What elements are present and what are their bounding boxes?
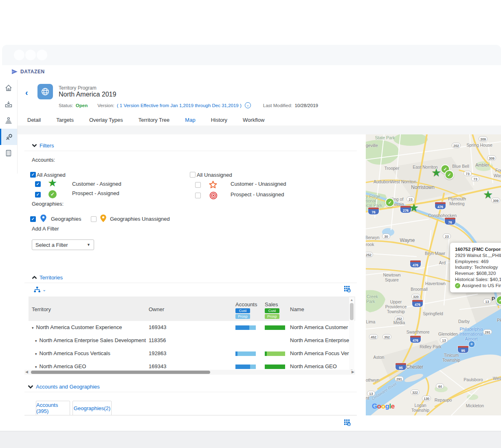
- row-expand-icon[interactable]: ▾: [32, 326, 34, 330]
- customer-unassigned-star-icon: [209, 180, 218, 189]
- map-label: Meeting: [449, 201, 464, 206]
- back-button[interactable]: ‹: [25, 88, 28, 97]
- map-label: Logan: [414, 403, 426, 408]
- map-label: State Park: [375, 135, 395, 140]
- assigned-customer-marker[interactable]: ★: [483, 189, 493, 200]
- route-shield: 13: [367, 391, 375, 396]
- badge-sales-prosp: Prosp: [265, 314, 279, 319]
- tab-overlay-types[interactable]: Overlay Types: [88, 114, 124, 125]
- territory-name: North America Customer Experience: [36, 324, 122, 330]
- tab-workflow[interactable]: Workflow: [242, 114, 265, 125]
- hscroll-thumb[interactable]: [31, 371, 210, 374]
- chevron-down-icon: [32, 144, 37, 147]
- window-dot: [25, 50, 36, 60]
- customer-unassigned-label: Customer - Unassigned: [231, 181, 286, 187]
- map-label: Providence: [385, 304, 407, 309]
- sidebar-item-territory-settings[interactable]: [0, 129, 17, 145]
- version-link[interactable]: ( 1 Version Effective from Jan 1,2019 th…: [117, 103, 242, 108]
- sidebar-item-grid[interactable]: [0, 145, 17, 161]
- map-label: Trooper: [385, 166, 399, 171]
- assigned-prospect-marker[interactable]: ✓: [445, 170, 454, 180]
- row-expand-icon[interactable]: ▾: [35, 339, 37, 343]
- scroll-right-icon[interactable]: ▶: [352, 370, 354, 374]
- territories-section-header[interactable]: Territories: [32, 275, 63, 281]
- row-expand-icon[interactable]: ▾: [35, 365, 37, 369]
- table-row[interactable]: ▾North America Enterprise Sales Developm…: [29, 334, 355, 347]
- geographies-checkbox[interactable]: ✓: [30, 216, 36, 222]
- table-settings-icon[interactable]: [343, 285, 351, 293]
- tab-geographies[interactable]: Geographies(2): [73, 401, 112, 415]
- status-label: Status:: [59, 103, 73, 108]
- assigned-customer-marker[interactable]: ★: [431, 167, 441, 178]
- interstate-shield: 476: [410, 260, 421, 268]
- airport-marker[interactable]: ✈: [468, 341, 475, 348]
- scroll-left-icon[interactable]: ◀: [25, 370, 28, 374]
- tooltip-line: 2929 Walnut St.,,,PHIL: [455, 253, 501, 259]
- customer-assigned-checkbox[interactable]: ✓: [35, 181, 41, 187]
- map-label: Township: [411, 408, 429, 413]
- map-label: Broomall: [411, 287, 427, 292]
- table-row[interactable]: ▾North America Customer Experience169343…: [29, 321, 355, 334]
- customer-unassigned-checkbox[interactable]: [195, 182, 201, 188]
- vscroll-thumb[interactable]: [350, 303, 354, 320]
- select-caret-icon: ▼: [87, 243, 90, 247]
- tab-map[interactable]: Map: [184, 114, 196, 125]
- map-label: Wayne: [400, 237, 415, 243]
- territories-table: Territory Owner Accounts Cust Prosp Sale…: [29, 296, 355, 375]
- prospect-unassigned-checkbox[interactable]: [195, 193, 201, 198]
- browser-bar: [2, 45, 501, 65]
- sidebar-item-home[interactable]: [0, 80, 17, 96]
- assigned-prospect-marker[interactable]: ✓: [385, 198, 395, 207]
- tab-targets[interactable]: Targets: [55, 114, 75, 125]
- map-label: Repaupo: [435, 397, 452, 402]
- geographies-unassigned-checkbox[interactable]: [91, 216, 97, 222]
- filter-select[interactable]: Select a Filter ▼: [32, 239, 94, 250]
- route-shield: 23: [443, 234, 451, 239]
- chevron-down-icon: [28, 385, 33, 389]
- accounts-geographies-title: Accounts and Geographies: [36, 384, 100, 390]
- table-settings-icon[interactable]: [343, 419, 351, 426]
- tree-view-button[interactable]: ⌄: [33, 286, 46, 293]
- col-sales: Sales Cust Prosp: [265, 301, 279, 319]
- status-value: Open: [76, 103, 88, 108]
- horizontal-scrollbar[interactable]: ◀ ▶: [24, 370, 355, 375]
- assigned-customer-marker[interactable]: ★: [409, 202, 419, 213]
- interstate-shield: 476: [435, 202, 446, 210]
- route-shield: 13: [483, 299, 491, 304]
- map-label: Chester: [406, 364, 423, 370]
- map-panel[interactable]: State ParkgevilleSpring HouseTrooperEast…: [366, 134, 501, 415]
- assigned-prospect-marker[interactable]: ✓: [496, 296, 501, 305]
- all-unassigned-checkbox[interactable]: [190, 172, 196, 178]
- tab-accounts[interactable]: Accounts (395): [36, 401, 70, 415]
- sidebar-item-org[interactable]: [0, 112, 17, 129]
- map-label: PH: [497, 318, 501, 323]
- all-assigned-checkbox[interactable]: ✓: [30, 172, 36, 178]
- row-expand-icon[interactable]: ▾: [35, 352, 37, 356]
- distribution-bar: [265, 351, 285, 356]
- map-label: geville: [366, 143, 378, 148]
- territory-program-icon: [37, 84, 53, 99]
- table-row[interactable]: ▾North America Focus Verticals192863Nort…: [29, 347, 355, 360]
- version-expand-icon[interactable]: ⌄: [245, 102, 251, 108]
- tab-history[interactable]: History: [210, 114, 228, 125]
- col-accounts: Accounts Cust Prosp: [235, 301, 257, 319]
- territories-table-header: Territory Owner Accounts Cust Prosp Sale…: [29, 296, 355, 321]
- accounts-geographies-section-header[interactable]: Accounts and Geographies: [28, 384, 100, 390]
- map-label: Plymouth: [448, 196, 466, 201]
- filters-title: Filters: [40, 143, 54, 149]
- filters-section-header[interactable]: Filters: [32, 143, 54, 149]
- tooltip-lines: 2929 Walnut St.,,,PHILEmployees: 469Indu…: [455, 253, 501, 283]
- prospect-assigned-checkbox[interactable]: ✓: [35, 192, 41, 198]
- sidebar-item-inbox[interactable]: [0, 96, 17, 112]
- google-attribution[interactable]: Google: [372, 402, 395, 411]
- all-unassigned-label: All Unassigned: [197, 172, 232, 178]
- territory-display-name: North America GEO: [290, 363, 349, 369]
- divider: [24, 392, 357, 392]
- geographies-unassigned-pin-icon: [100, 214, 107, 223]
- tab-territory-tree[interactable]: Territory Tree: [138, 114, 171, 125]
- interstate-shield: 76: [444, 217, 456, 225]
- route-shield: 202: [452, 143, 461, 148]
- tab-detail[interactable]: Detail: [26, 114, 42, 125]
- scroll-up-icon[interactable]: ▲: [349, 298, 354, 302]
- vertical-scrollbar[interactable]: ▲ ▼: [349, 297, 354, 373]
